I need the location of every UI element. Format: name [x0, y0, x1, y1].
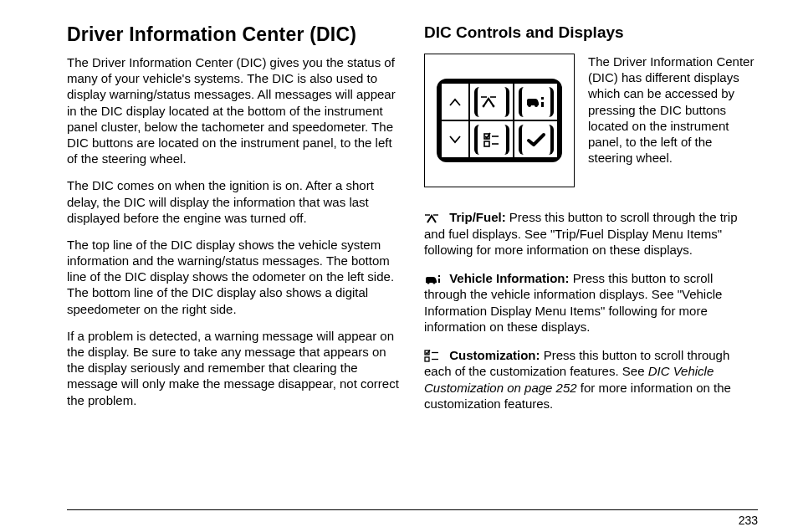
svg-point-3	[492, 105, 494, 107]
vehicle-info-icon	[424, 274, 446, 285]
page-number: 233	[739, 514, 758, 527]
set-reset-button	[514, 120, 558, 158]
right-column: DIC Controls and Displays	[424, 23, 758, 492]
trip-fuel-button	[469, 83, 514, 120]
svg-rect-7	[541, 102, 544, 107]
chevron-up-icon	[448, 97, 462, 107]
entry-label: Customization:	[449, 348, 540, 362]
dic-panel	[437, 79, 562, 162]
vehicle-info-button	[514, 83, 558, 120]
svg-point-2	[482, 105, 484, 107]
svg-rect-20	[425, 357, 429, 361]
customization-icon	[424, 350, 446, 363]
paragraph: The top line of the DIC display shows th…	[67, 237, 401, 317]
customization-icon	[483, 132, 501, 147]
svg-point-15	[432, 281, 435, 284]
svg-rect-6	[541, 97, 544, 100]
entry-label: Trip/Fuel:	[449, 210, 506, 224]
intro-paragraph: The Driver Information Center (DIC) has …	[588, 54, 758, 187]
up-arrow-button	[441, 83, 469, 120]
footer-rule	[67, 509, 758, 510]
checkmark-icon	[526, 132, 546, 147]
main-heading: Driver Information Center (DIC)	[67, 23, 401, 46]
customization-button	[469, 120, 514, 158]
svg-rect-10	[484, 141, 489, 146]
customization-entry: Customization: Press this button to scro…	[424, 347, 758, 412]
svg-point-4	[528, 104, 531, 107]
left-column: Driver Information Center (DIC) The Driv…	[67, 23, 401, 492]
vehicle-info-icon	[524, 95, 549, 110]
trip-fuel-icon	[424, 212, 446, 224]
trip-fuel-entry: Trip/Fuel: Press this button to scroll t…	[424, 209, 758, 258]
svg-point-5	[535, 104, 538, 107]
entry-label: Vehicle Information:	[449, 271, 569, 285]
svg-point-14	[427, 281, 429, 284]
dic-button-diagram	[424, 54, 575, 187]
paragraph: The Driver Information Center (DIC) give…	[67, 54, 401, 166]
svg-rect-16	[438, 275, 440, 277]
sub-heading: DIC Controls and Displays	[424, 23, 758, 42]
paragraph: The DIC comes on when the ignition is on…	[67, 177, 401, 226]
svg-rect-17	[438, 279, 440, 283]
chevron-down-icon	[448, 135, 462, 145]
paragraph: If a problem is detected, a warning mess…	[67, 328, 401, 408]
vehicle-info-entry: Vehicle Information: Press this button t…	[424, 270, 758, 335]
trip-fuel-icon	[481, 95, 503, 110]
down-arrow-button	[441, 120, 469, 158]
